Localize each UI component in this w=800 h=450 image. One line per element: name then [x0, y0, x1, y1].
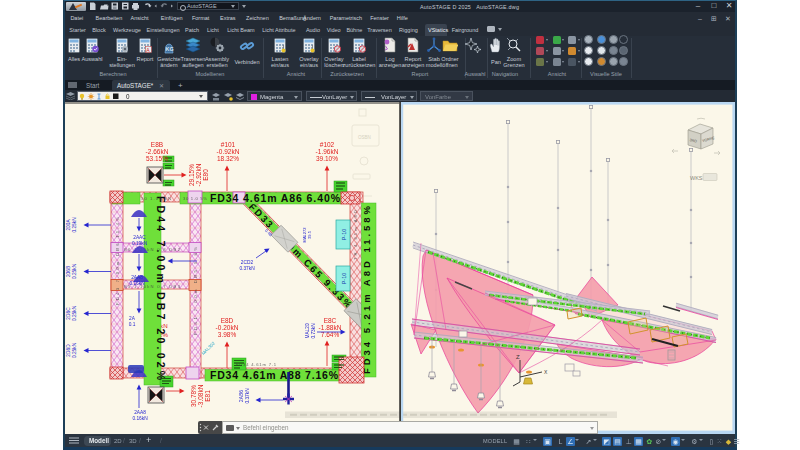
svg-text:-2.66kN: -2.66kN — [146, 148, 169, 155]
svg-text:2A: 2A — [129, 316, 136, 321]
svg-text:0.16kN: 0.16kN — [132, 416, 148, 421]
svg-text:18.32%: 18.32% — [217, 155, 239, 162]
svg-text:E80: E80 — [202, 169, 209, 181]
svg-text:2AB6: 2AB6 — [239, 390, 244, 402]
svg-text:KG: KG — [166, 46, 174, 52]
svg-text:0.25kN: 0.25kN — [72, 263, 77, 279]
svg-text:39.5: 39.5 — [307, 230, 312, 239]
svg-text:0.25kN: 0.25kN — [72, 342, 77, 358]
svg-text:0.37kN: 0.37kN — [239, 266, 255, 271]
svg-text:2D8D: 2D8D — [66, 344, 71, 357]
svg-text:FD34 4.61m A86 6.40%: FD34 4.61m A86 6.40% — [210, 192, 341, 204]
svg-text:30.78%: 30.78% — [190, 385, 197, 407]
svg-text:P-10: P-10 — [341, 273, 347, 285]
svg-text:53.15%: 53.15% — [146, 155, 168, 162]
svg-text:FD34 4.61m 7.1: FD34 4.61m 7.1 — [236, 362, 277, 367]
svg-text:2AA8: 2AA8 — [134, 410, 146, 415]
svg-text:0.73kN: 0.73kN — [311, 323, 316, 339]
svg-text:0.25kN: 0.25kN — [72, 217, 77, 233]
svg-text:OSBN: OSBN — [358, 135, 371, 140]
svg-text:E81: E81 — [204, 390, 211, 402]
svg-text:-0.92kN: -0.92kN — [217, 148, 240, 155]
svg-text:2CD2: 2CD2 — [241, 260, 254, 265]
svg-text:E8D: E8D — [221, 317, 234, 324]
svg-text:-1.88kN: -1.88kN — [319, 324, 342, 331]
svg-text:3.98%: 3.98% — [218, 331, 237, 338]
svg-text:29.15%: 29.15% — [188, 164, 195, 186]
svg-text:TR 4.61m A8D: TR 4.61m A8D — [353, 210, 358, 260]
svg-text:#101: #101 — [221, 141, 236, 148]
svg-text:-0.20kN: -0.20kN — [216, 324, 239, 331]
svg-text:-1.96kN: -1.96kN — [316, 148, 339, 155]
svg-text:200A: 200A — [66, 219, 71, 231]
svg-text:0.19kN: 0.19kN — [132, 241, 148, 246]
svg-text:E8B: E8B — [151, 141, 163, 148]
svg-text:0.16kN: 0.16kN — [129, 281, 145, 286]
svg-text:206B: 206B — [66, 266, 71, 277]
svg-text:X: X — [544, 369, 548, 375]
svg-text:#102: #102 — [320, 141, 335, 148]
svg-text:2AAC: 2AAC — [133, 235, 146, 240]
svg-text:Z: Z — [516, 354, 520, 360]
svg-text:MAL302: MAL302 — [201, 340, 217, 356]
svg-text:0.25kN: 0.25kN — [72, 305, 77, 321]
svg-text:2AA8: 2AA8 — [131, 275, 143, 280]
svg-text:2D8C: 2D8C — [66, 307, 71, 320]
svg-text:-2.92kN: -2.92kN — [195, 163, 202, 186]
svg-text:MAL20: MAL20 — [305, 323, 310, 339]
svg-text:30 1.0 5%: 30 1.0 5% — [183, 196, 207, 201]
svg-text:-3.08kN: -3.08kN — [197, 384, 204, 407]
svg-text:0.37kN: 0.37kN — [245, 388, 250, 404]
svg-text:50 1.05 kN: 50 1.05 kN — [141, 196, 171, 201]
svg-text:FD34 4.61m A88 7.16%: FD34 4.61m A88 7.16% — [210, 369, 339, 381]
svg-text:0.1: 0.1 — [129, 322, 136, 327]
svg-text:WKS: WKS — [690, 175, 703, 181]
svg-text:B6 1.25kN 0.8 DB2: B6 1.25kN 0.8 DB2 — [124, 247, 181, 252]
svg-text:39.10%: 39.10% — [316, 155, 338, 162]
svg-text:E8C: E8C — [324, 317, 337, 324]
svg-text:P-10: P-10 — [341, 229, 347, 241]
